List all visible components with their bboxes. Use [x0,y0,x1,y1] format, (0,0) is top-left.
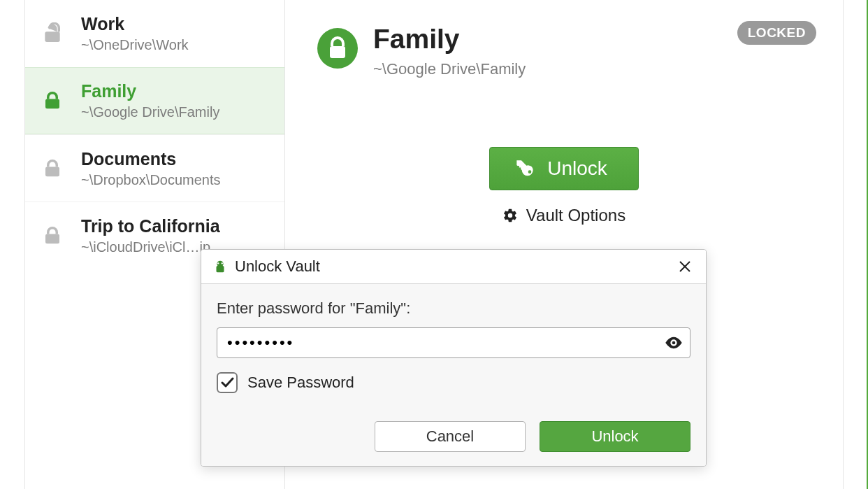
app-icon [212,259,228,274]
dialog-unlock-button[interactable]: Unlock [540,421,690,452]
save-password-checkbox[interactable] [217,372,238,393]
vault-path: ~\Google Drive\Family [81,104,219,120]
svg-point-8 [222,262,223,264]
eye-icon [664,333,683,353]
svg-point-7 [217,262,219,264]
password-prompt: Enter password for "Family": [217,299,690,318]
svg-rect-4 [330,46,345,58]
vault-path: ~\iCloudDrive\iCl…ip [81,239,220,255]
vault-name: Family [81,81,219,101]
vault-path: ~\Dropbox\Documents [81,172,221,188]
lock-open-icon [41,22,64,45]
unlock-dialog: Unlock Vault Enter password for "Family"… [201,249,707,467]
unlock-button-label: Unlock [547,157,607,180]
svg-point-9 [672,341,676,345]
cancel-button[interactable]: Cancel [375,421,526,452]
status-badge: LOCKED [737,21,816,45]
vault-path: ~\Google Drive\Family [373,60,526,78]
svg-rect-2 [45,234,59,243]
show-password-button[interactable] [664,333,683,353]
vault-item-documents[interactable]: Documents ~\Dropbox\Documents [25,134,284,201]
password-input[interactable] [217,327,690,358]
svg-rect-1 [45,166,59,176]
gear-icon [502,208,518,223]
vault-options-label: Vault Options [526,206,625,225]
check-icon [220,376,234,390]
vault-title: Family [373,24,526,55]
vault-item-family[interactable]: Family ~\Google Drive\Family [25,67,284,134]
svg-rect-0 [45,99,59,109]
vault-name: Documents [81,149,221,169]
lock-closed-icon [41,90,64,111]
app-window: Work ~\OneDrive\Work Family ~\Google Dri… [0,0,868,489]
vault-options-link[interactable]: Vault Options [502,206,625,225]
close-button[interactable] [675,257,695,276]
close-icon [678,260,692,274]
vault-name: Trip to California [81,216,220,236]
vault-item-work[interactable]: Work ~\OneDrive\Work [25,0,284,67]
lock-closed-icon [41,158,64,179]
unlock-button[interactable]: Unlock [489,147,639,190]
vault-detail-lock-icon [317,28,358,69]
dialog-title-text: Unlock Vault [235,257,320,276]
lock-closed-icon [41,225,64,246]
vault-name: Work [81,14,189,34]
svg-rect-6 [217,266,224,272]
key-icon [515,159,535,178]
save-password-label: Save Password [247,374,354,392]
vault-path: ~\OneDrive\Work [81,37,189,53]
